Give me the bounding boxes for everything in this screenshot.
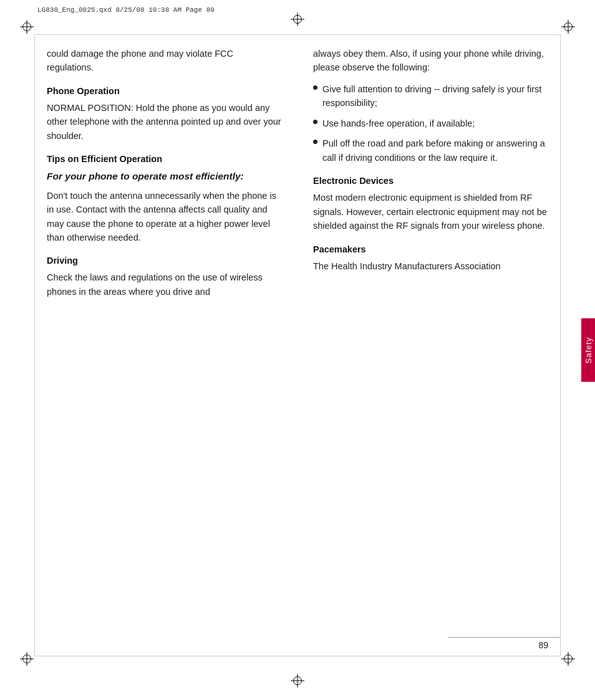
intro-text: could damage the phone and may violate F… — [47, 47, 282, 75]
electronic-devices-body: Most modern electronic equipment is shie… — [313, 191, 548, 233]
bullet-dot-3 — [313, 140, 317, 144]
driving-body: Check the laws and regulations on the us… — [47, 271, 282, 299]
reg-mark-bottom-center — [291, 674, 304, 688]
phone-operation-body: NORMAL POSITION: Hold the phone as you w… — [47, 101, 282, 143]
bullet-text-1: Give full attention to driving -- drivin… — [322, 82, 548, 110]
reg-mark-bottom-right — [561, 652, 575, 666]
trim-right — [560, 34, 561, 656]
driving-title: Driving — [47, 256, 282, 266]
file-info: LG830_Eng_0825.qxd 8/25/08 10:38 AM Page… — [37, 6, 215, 14]
safety-tab-label: Safety — [584, 337, 593, 363]
phone-operation-title: Phone Operation — [47, 86, 282, 96]
bottom-line — [448, 637, 561, 638]
trim-bottom — [34, 656, 561, 656]
bullet-item-1: Give full attention to driving -- drivin… — [313, 82, 548, 110]
trim-top — [34, 34, 561, 35]
reg-mark-top-right — [561, 20, 575, 34]
right-column: always obey them. Also, if using your ph… — [298, 47, 548, 644]
tips-italic: For your phone to operate most efficient… — [47, 169, 282, 183]
electronic-devices-title: Electronic Devices — [313, 176, 548, 186]
driving-bullets: Give full attention to driving -- drivin… — [313, 82, 548, 165]
pacemakers-body: The Health Industry Manufacturers Associ… — [313, 259, 548, 273]
trim-left — [34, 34, 35, 656]
bullet-text-2: Use hands-free operation, if available; — [322, 117, 475, 130]
content-area: could damage the phone and may violate F… — [47, 47, 548, 644]
page-number: 89 — [538, 640, 548, 650]
reg-mark-top-left — [20, 20, 34, 34]
bullet-item-3: Pull off the road and park before making… — [313, 137, 548, 165]
left-column: could damage the phone and may violate F… — [47, 47, 298, 644]
pacemakers-title: Pacemakers — [313, 244, 548, 254]
reg-mark-top-center — [291, 12, 304, 26]
reg-mark-bottom-left — [20, 652, 34, 666]
bullet-item-2: Use hands-free operation, if available; — [313, 117, 548, 130]
page-container: LG830_Eng_0825.qxd 8/25/08 10:38 AM Page… — [0, 0, 595, 700]
safety-tab: Safety — [581, 318, 595, 382]
bullet-text-3: Pull off the road and park before making… — [322, 137, 548, 165]
driving-continued: always obey them. Also, if using your ph… — [313, 47, 548, 75]
tips-body: Don't touch the antenna unnecessarily wh… — [47, 189, 282, 245]
bullet-dot-1 — [313, 85, 317, 90]
tips-title: Tips on Efficient Operation — [47, 154, 282, 164]
bullet-dot-2 — [313, 120, 317, 124]
